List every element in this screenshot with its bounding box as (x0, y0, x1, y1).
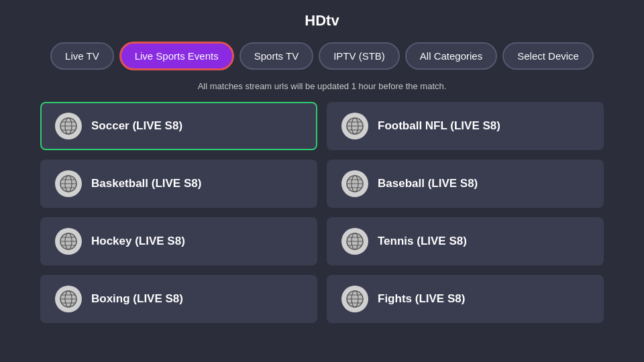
app-title: HDtv (0, 0, 644, 36)
sport-icon-hockey (55, 228, 82, 255)
sport-label-basketball: Basketball (LIVE S8) (91, 177, 201, 190)
sport-icon-basketball (55, 170, 82, 197)
subtitle: All matches stream urls will be updated … (0, 81, 644, 91)
nav-btn-live-tv[interactable]: Live TV (50, 42, 114, 70)
sport-label-baseball: Baseball (LIVE S8) (378, 177, 478, 190)
sport-icon-soccer (55, 113, 82, 139)
sport-card-basketball[interactable]: Basketball (LIVE S8) (40, 160, 317, 208)
nav-btn-live-sports[interactable]: Live Sports Events (119, 42, 234, 70)
sport-card-soccer[interactable]: Soccer (LIVE S8) (40, 102, 317, 150)
sport-label-soccer: Soccer (LIVE S8) (91, 119, 182, 133)
sport-icon-boxing (55, 286, 82, 312)
nav-bar: Live TVLive Sports EventsSports TVIPTV (… (0, 36, 644, 76)
sport-label-football-nfl: Football NFL (LIVE S8) (378, 119, 500, 133)
sport-card-football-nfl[interactable]: Football NFL (LIVE S8) (327, 102, 604, 150)
nav-btn-select-device[interactable]: Select Device (502, 42, 594, 70)
sport-icon-baseball (341, 170, 368, 197)
sport-icon-tennis (341, 228, 368, 255)
sports-grid: Soccer (LIVE S8) Football NFL (LIVE S8) … (0, 102, 644, 323)
sport-label-hockey: Hockey (LIVE S8) (91, 235, 185, 248)
nav-btn-iptv-stb[interactable]: IPTV (STB) (319, 42, 400, 70)
sport-card-fights[interactable]: Fights (LIVE S8) (327, 275, 604, 323)
sport-label-fights: Fights (LIVE S8) (378, 292, 465, 306)
sport-card-hockey[interactable]: Hockey (LIVE S8) (40, 217, 317, 265)
sport-label-boxing: Boxing (LIVE S8) (91, 292, 183, 306)
nav-btn-sports-tv[interactable]: Sports TV (239, 42, 313, 70)
sport-card-baseball[interactable]: Baseball (LIVE S8) (327, 160, 604, 208)
nav-btn-all-categories[interactable]: All Categories (405, 42, 497, 70)
sport-card-tennis[interactable]: Tennis (LIVE S8) (327, 217, 604, 265)
sport-label-tennis: Tennis (LIVE S8) (378, 235, 467, 248)
sport-icon-fights (341, 286, 368, 312)
sport-card-boxing[interactable]: Boxing (LIVE S8) (40, 275, 317, 323)
sport-icon-football-nfl (341, 113, 368, 139)
